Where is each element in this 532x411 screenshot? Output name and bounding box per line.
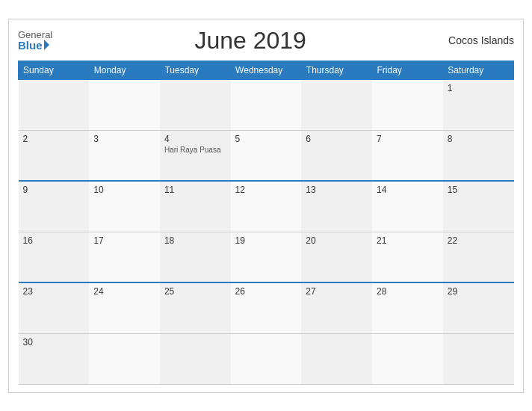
day-number: 10	[93, 185, 155, 195]
calendar-cell	[372, 79, 443, 130]
day-number: 21	[377, 235, 439, 246]
calendar-cell: 22	[443, 232, 514, 282]
day-number: 26	[235, 286, 297, 297]
day-number: 19	[235, 235, 297, 246]
logo-triangle-icon	[44, 40, 49, 50]
logo-blue-text: Blue	[18, 40, 52, 51]
calendar-cell: 19	[231, 232, 302, 282]
calendar-cell: 4Hari Raya Puasa	[160, 130, 231, 181]
calendar-cell	[19, 79, 90, 130]
calendar-cell: 29	[443, 282, 514, 333]
col-monday: Monday	[89, 61, 160, 79]
calendar-cell: 11	[160, 181, 231, 232]
day-number: 6	[306, 134, 368, 144]
calendar-cell	[301, 79, 372, 130]
calendar-cell: 7	[372, 130, 443, 181]
calendar-cell: 14	[372, 181, 443, 232]
calendar-cell	[89, 333, 160, 384]
calendar-cell: 30	[19, 333, 90, 384]
day-number: 1	[448, 83, 510, 93]
calendar-cell: 2	[19, 130, 90, 181]
calendar-cell: 25	[160, 282, 231, 333]
holiday-label: Hari Raya Puasa	[164, 146, 226, 154]
col-sunday: Sunday	[19, 61, 90, 79]
day-number: 23	[23, 286, 85, 297]
calendar-cell: 6	[301, 130, 372, 181]
calendar-cell	[231, 79, 302, 130]
calendar-week-row: 234Hari Raya Puasa5678	[19, 130, 514, 181]
day-number: 12	[235, 185, 297, 195]
calendar-cell: 21	[372, 232, 443, 282]
day-number: 17	[93, 235, 155, 246]
calendar-week-row: 23242526272829	[19, 282, 514, 333]
day-number: 24	[93, 286, 155, 297]
calendar-header: General Blue June 2019 Cocos Islands	[18, 27, 514, 55]
calendar-title: June 2019	[194, 27, 306, 55]
col-thursday: Thursday	[301, 61, 372, 79]
calendar-cell: 12	[231, 181, 302, 232]
calendar-cell: 24	[89, 282, 160, 333]
day-number: 13	[306, 185, 368, 195]
calendar-cell	[89, 79, 160, 130]
calendar-cell	[372, 333, 443, 384]
day-number: 16	[23, 235, 85, 246]
day-number: 28	[377, 286, 439, 297]
calendar-table: Sunday Monday Tuesday Wednesday Thursday…	[18, 61, 514, 385]
calendar-cell	[443, 333, 514, 384]
day-number: 14	[377, 185, 439, 195]
col-wednesday: Wednesday	[231, 61, 302, 79]
day-number: 2	[23, 134, 85, 144]
calendar-cell: 20	[301, 232, 372, 282]
calendar-cell	[231, 333, 302, 384]
calendar-cell: 13	[301, 181, 372, 232]
day-number: 20	[306, 235, 368, 246]
calendar-cell: 3	[89, 130, 160, 181]
calendar-cell: 18	[160, 232, 231, 282]
calendar-cell: 1	[443, 79, 514, 130]
day-number: 8	[448, 134, 510, 144]
col-saturday: Saturday	[443, 61, 514, 79]
calendar-cell: 16	[19, 232, 90, 282]
col-friday: Friday	[372, 61, 443, 79]
calendar-cell: 15	[443, 181, 514, 232]
calendar-week-row: 30	[19, 333, 514, 384]
calendar-cell: 23	[19, 282, 90, 333]
day-number: 15	[448, 185, 510, 195]
day-number: 22	[448, 235, 510, 246]
calendar-cell: 17	[89, 232, 160, 282]
calendar-week-row: 1	[19, 79, 514, 130]
day-number: 9	[23, 185, 85, 195]
day-number: 11	[164, 185, 226, 195]
day-number: 3	[93, 134, 155, 144]
day-number: 27	[306, 286, 368, 297]
calendar-cell: 5	[231, 130, 302, 181]
weekday-header-row: Sunday Monday Tuesday Wednesday Thursday…	[19, 61, 514, 79]
calendar-cell: 10	[89, 181, 160, 232]
calendar-cell: 8	[443, 130, 514, 181]
day-number: 18	[164, 235, 226, 246]
calendar-cell: 27	[301, 282, 372, 333]
logo: General Blue	[18, 30, 52, 51]
calendar-week-row: 16171819202122	[19, 232, 514, 282]
day-number: 5	[235, 134, 297, 144]
calendar-cell	[160, 79, 231, 130]
day-number: 30	[23, 337, 85, 347]
calendar-cell: 28	[372, 282, 443, 333]
day-number: 7	[377, 134, 439, 144]
col-tuesday: Tuesday	[160, 61, 231, 79]
day-number: 29	[448, 286, 510, 297]
day-number: 25	[164, 286, 226, 297]
calendar-cell	[160, 333, 231, 384]
calendar-week-row: 9101112131415	[19, 181, 514, 232]
day-number: 4	[164, 134, 226, 144]
calendar-container: General Blue June 2019 Cocos Islands Sun…	[8, 19, 524, 393]
region-label: Cocos Islands	[448, 34, 514, 46]
calendar-cell	[301, 333, 372, 384]
calendar-cell: 26	[231, 282, 302, 333]
calendar-cell: 9	[19, 181, 90, 232]
